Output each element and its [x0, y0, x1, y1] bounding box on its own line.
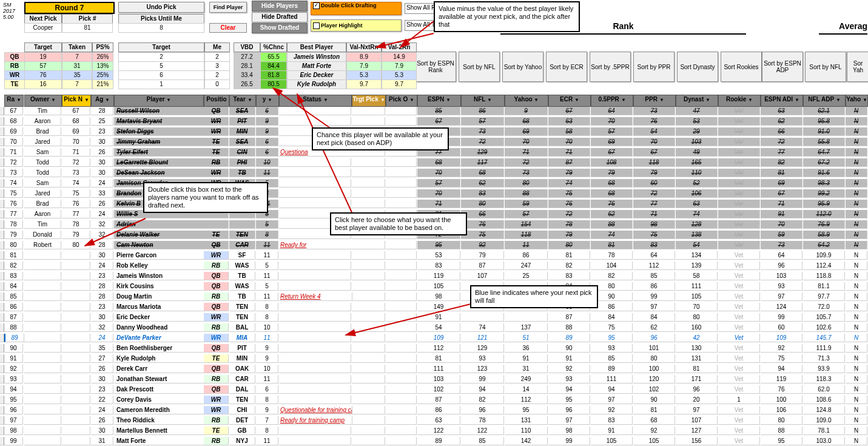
sort-button-3[interactable]: Sort by ECR [546, 52, 587, 82]
grid-header-15[interactable]: 0.5PPR ▾ [591, 95, 633, 107]
grid-cell[interactable]: Stefon Diggs [114, 127, 206, 136]
grid-cell[interactable]: Marcus Mariota [114, 303, 206, 311]
grid-cell[interactable]: 8 [256, 313, 278, 322]
grid-cell[interactable]: QB [204, 282, 229, 291]
grid-cell[interactable]: QB [204, 344, 229, 353]
sort-button-7[interactable]: Sort Rookies [721, 52, 762, 82]
grid-cell[interactable]: 8 [256, 303, 278, 311]
grid-cell[interactable]: QB [204, 107, 229, 115]
grid-cell[interactable]: TE [204, 148, 229, 157]
grid-cell[interactable]: 10 [256, 158, 278, 167]
grid-cell[interactable]: Tyler Eifert [114, 148, 206, 157]
find-player-button[interactable]: Find Player [209, 2, 247, 13]
player-highlight-toggle[interactable]: Player Highlight [311, 19, 402, 32]
grid-cell[interactable]: 11 [256, 437, 278, 445]
grid-cell[interactable]: NYJ [229, 437, 255, 445]
grid-cell[interactable]: Martavis Bryant [114, 117, 206, 126]
grid-cell[interactable]: MIN [229, 127, 255, 136]
grid-cell[interactable]: 10 [256, 323, 278, 332]
grid-cell[interactable]: WAS [229, 262, 255, 270]
sort-button-2[interactable]: Sort by Yahoo [502, 52, 543, 82]
grid-cell[interactable]: Danny Woodhead [114, 323, 206, 332]
grid-cell[interactable]: 6 [256, 148, 278, 157]
grid-header-21[interactable]: Yaho ▾ [846, 95, 868, 107]
grid-cell[interactable]: WR [204, 396, 229, 404]
grid-cell[interactable]: 5 [256, 220, 278, 229]
grid-header-16[interactable]: PPR ▾ [633, 95, 676, 107]
sort-button-9[interactable]: Sort by NFL [805, 52, 846, 82]
grid-header-3[interactable]: Ag ▾ [91, 95, 114, 107]
grid-cell[interactable]: Kirk Cousins [114, 282, 206, 291]
grid-header-14[interactable]: ECR ▾ [548, 95, 591, 107]
grid-cell[interactable]: RB [204, 158, 229, 167]
grid-header-20[interactable]: NFL ADP ▾ [803, 95, 846, 107]
grid-cell[interactable]: Jimmy Graham [114, 138, 206, 146]
grid-cell[interactable]: Matt Forte [114, 437, 206, 445]
grid-cell[interactable]: 8 [256, 396, 278, 404]
grid-header-4[interactable]: Player ▾ [114, 95, 204, 107]
grid-cell[interactable] [229, 220, 255, 229]
sort-button-6[interactable]: Sort Dynasty [677, 52, 718, 82]
grid-cell[interactable]: TE [204, 231, 229, 239]
grid-header-1[interactable]: Owner ▾ [24, 95, 62, 107]
grid-cell[interactable]: Corey Davis [114, 396, 206, 404]
grid-cell[interactable]: 11 [256, 292, 278, 301]
grid-cell[interactable]: SEA [229, 107, 255, 115]
grid-cell[interactable]: Jameis Winston [114, 272, 206, 280]
grid-cell[interactable]: TEN [229, 313, 255, 322]
grid-cell[interactable]: 5 [256, 262, 278, 270]
grid-cell[interactable]: WR [204, 169, 229, 177]
grid-cell[interactable]: 6 [256, 107, 278, 115]
grid-header-9[interactable]: Trgt Pick ▾ [352, 95, 386, 107]
grid-cell[interactable]: 8 [256, 231, 278, 239]
grid-cell[interactable]: MIA [229, 334, 255, 342]
grid-cell[interactable]: TB [229, 292, 255, 301]
grid-cell[interactable]: CAR [229, 375, 255, 383]
grid-cell[interactable]: Dak Prescott [114, 385, 206, 394]
grid-cell[interactable]: TEN [229, 396, 255, 404]
grid-cell[interactable]: CIN [229, 148, 255, 157]
sort-button-0[interactable]: Sort by ESPN Rank [415, 52, 456, 82]
grid-cell[interactable]: 9 [256, 127, 278, 136]
grid-cell[interactable]: QB [204, 272, 229, 280]
grid-cell[interactable]: Pierre Garcon [114, 251, 206, 260]
grid-cell[interactable]: QB [204, 241, 229, 249]
grid-cell[interactable]: RB [204, 437, 229, 445]
sort-button-10[interactable]: Sor Yah [847, 52, 868, 82]
grid-cell[interactable]: WR [204, 406, 229, 414]
grid-header-18[interactable]: Rookie ▾ [718, 95, 761, 107]
grid-cell[interactable]: Adrian [114, 220, 206, 229]
grid-cell[interactable]: QB [204, 385, 229, 394]
grid-cell[interactable]: DeVante Parker [114, 334, 206, 342]
double-click-drafting-toggle[interactable]: ✓Double Click Drafting [311, 2, 402, 15]
grid-cell[interactable]: TE [204, 138, 229, 146]
grid-cell[interactable]: WR [204, 251, 229, 260]
show-drafted-button[interactable]: Show Drafted [252, 23, 308, 33]
grid-cell[interactable]: 5 [256, 282, 278, 291]
sort-button-5[interactable]: Sort by PPR [633, 52, 675, 82]
grid-cell[interactable]: 9 [256, 406, 278, 414]
grid-cell[interactable]: 11 [256, 375, 278, 383]
grid-cell[interactable]: TE [204, 354, 229, 363]
grid-cell[interactable]: Ben Roethlisberger [114, 344, 206, 353]
grid-cell[interactable]: 11 [256, 251, 278, 260]
grid-cell[interactable]: Doug Martin [114, 292, 206, 301]
grid-cell[interactable]: Delanie Walker [114, 231, 206, 239]
grid-cell[interactable]: WR [204, 127, 229, 136]
grid-cell[interactable]: Eric Decker [114, 313, 206, 322]
grid-header-10[interactable]: Pick O ▾ [386, 95, 417, 107]
grid-cell[interactable]: DAL [229, 385, 255, 394]
sort-button-1[interactable]: Sort by NFL [459, 52, 500, 82]
grid-cell[interactable]: 11 [256, 169, 278, 177]
grid-header-5[interactable]: Positio ▾ [204, 95, 229, 107]
grid-cell[interactable]: PIT [229, 117, 255, 126]
hide-drafted-button[interactable]: Hide Drafted [252, 12, 308, 22]
grid-cell[interactable]: Rob Kelley [114, 262, 206, 270]
grid-cell[interactable]: TEN [229, 231, 255, 239]
grid-cell[interactable]: 10 [256, 365, 278, 373]
sort-button-8[interactable]: Sort by ESPN ADP [762, 52, 803, 82]
grid-cell[interactable]: Martellus Bennett [114, 427, 206, 435]
grid-header-6[interactable]: Tear ▾ [229, 95, 256, 107]
grid-header-7[interactable]: y ▾ [256, 95, 279, 107]
grid-cell[interactable]: TEN [229, 303, 255, 311]
